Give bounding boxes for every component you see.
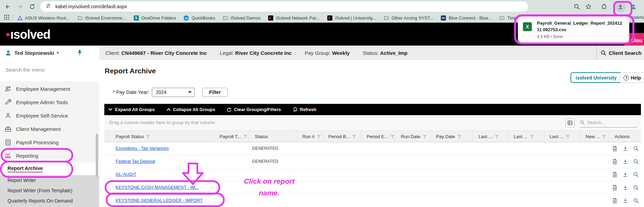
column-header-payroll-status[interactable]: Payroll Status: [110, 131, 214, 142]
pushpin-icon[interactable]: [76, 49, 83, 58]
bookmark-blue-connect[interactable]: NC Blue Connect - Blue...: [441, 15, 492, 21]
download-report-icon[interactable]: [622, 184, 629, 191]
clear-grouping-filters-button[interactable]: Clear Grouping/Filters: [227, 107, 281, 112]
view-report-icon[interactable]: [633, 171, 639, 178]
column-header-last-3[interactable]: Last ...: [544, 131, 580, 142]
filter-funnel-icon[interactable]: [390, 135, 395, 139]
group-by-bar[interactable]: Drag a column header here to group by th…: [104, 115, 641, 131]
bookmark-isolved-university[interactable]: iSolved | University...: [327, 15, 376, 21]
sidebar-item-reporting[interactable]: Reporting: [0, 149, 99, 162]
isolved-university-button[interactable]: isolved University: [570, 72, 622, 83]
column-header-period-end[interactable]: Period E...: [361, 131, 395, 142]
filter-funnel-icon[interactable]: [530, 135, 534, 139]
download-report-icon[interactable]: [622, 145, 629, 152]
filter-funnel-icon[interactable]: [457, 135, 462, 139]
download-popup[interactable]: X Payroll_General_Ledger_Report_20241211…: [518, 16, 629, 42]
address-bar[interactable]: kabel.myisolved.com/default.aspx: [40, 1, 528, 12]
expand-all-groups-button[interactable]: Expand All Groups: [108, 107, 155, 112]
column-header-new[interactable]: New ...: [580, 131, 609, 142]
sidebar-item-employee-management[interactable]: Employee Management: [0, 82, 99, 96]
apps-grid-icon[interactable]: [4, 15, 9, 21]
column-header-period-begin[interactable]: Period B...: [323, 131, 361, 142]
all-bookmarks-label[interactable]: ookma: [632, 15, 644, 20]
filter-row: * Pay Date Year: 2024 Filter: [113, 87, 227, 97]
filter-funnel-icon[interactable]: [566, 135, 570, 139]
export-report-icon[interactable]: [612, 171, 618, 178]
filter-funnel-icon[interactable]: [352, 135, 356, 139]
view-report-icon[interactable]: [633, 184, 639, 191]
sidebar-item-employee-self-service[interactable]: Employee Self-Service: [0, 109, 99, 122]
collapse-all-groups-button[interactable]: Collapse All Groups: [167, 107, 215, 112]
view-report-icon[interactable]: [633, 197, 639, 204]
export-report-icon[interactable]: [612, 158, 618, 165]
bookmark-star-icon[interactable]: [583, 2, 593, 11]
bookmark-onedrive[interactable]: S OneDrive Folders: [133, 15, 176, 21]
extensions-icon[interactable]: [599, 2, 609, 11]
download-meta: 4.5 KB • Done: [537, 34, 563, 39]
filter-funnel-icon[interactable]: [602, 135, 606, 139]
report-link[interactable]: KEYSTONE GENERAL LEDGER - IMPORT: [116, 198, 203, 203]
help-button[interactable]: ? Help: [619, 72, 644, 83]
column-header-payroll-type[interactable]: Payroll T...: [214, 131, 249, 142]
column-header-pay-date[interactable]: Pay Date: [430, 131, 473, 142]
bookmark-isolved-demos[interactable]: iSolved Demos: [223, 15, 260, 21]
client-search-button[interactable]: Client Search: [601, 46, 642, 60]
filter-funnel-icon[interactable]: [317, 135, 321, 139]
download-report-icon[interactable]: [622, 197, 629, 204]
report-link[interactable]: KEYSTONE CASH MANAGEMENT - IM...: [116, 185, 199, 190]
export-report-icon[interactable]: [612, 145, 618, 152]
profile-avatar-icon[interactable]: [629, 2, 638, 11]
report-link[interactable]: GL-AUDIT: [116, 172, 136, 177]
grid-search: [580, 118, 637, 127]
sidebar-scrollbar[interactable]: [96, 134, 98, 177]
zoom-icon[interactable]: [572, 2, 581, 11]
download-report-icon[interactable]: [622, 171, 629, 178]
bookmark-other-acctng[interactable]: Other Acctng SYST...: [384, 15, 433, 21]
view-report-icon[interactable]: [633, 158, 639, 165]
sidebar-item-client-management[interactable]: Client Management: [0, 122, 99, 136]
export-grid-icon[interactable]: [565, 118, 575, 127]
sidebar-item-employee-admin-tools[interactable]: Employee Admin Tools: [0, 96, 99, 109]
refresh-button[interactable]: Refresh: [293, 107, 316, 112]
sidebar-item-report-archive[interactable]: Report Archive: [0, 162, 99, 175]
menu-search-input[interactable]: [5, 67, 88, 73]
column-header-actions[interactable]: Actions: [609, 131, 641, 142]
column-header-last-2[interactable]: Last ...: [508, 131, 544, 142]
back-icon[interactable]: [3, 2, 12, 11]
reload-icon[interactable]: [27, 2, 37, 11]
report-link[interactable]: Exceptions - Tax Variances: [116, 146, 169, 151]
site-controls-icon[interactable]: [45, 3, 51, 10]
bookmark-quickbooks[interactable]: qb QuickBooks: [184, 15, 215, 21]
sidebar-item-payroll-processing[interactable]: Payroll Processing: [0, 136, 99, 149]
grid-search-input[interactable]: [587, 120, 630, 125]
chevron-down-icon: [108, 108, 113, 111]
url-text[interactable]: kabel.myisolved.com/default.aspx: [55, 4, 127, 9]
divider: [596, 46, 597, 60]
download-filename[interactable]: Payroll_General_Ledger_Report_20241211 0…: [537, 20, 625, 33]
bookmark-isolved-environment[interactable]: iSolved Environme...: [77, 15, 126, 21]
filter-funnel-icon[interactable]: [243, 135, 248, 139]
filter-funnel-icon[interactable]: [146, 135, 150, 139]
column-header-last-1[interactable]: Last ...: [473, 131, 508, 142]
filter-funnel-icon[interactable]: [422, 135, 427, 139]
download-report-icon[interactable]: [622, 158, 629, 165]
downloads-icon[interactable]: [615, 1, 626, 12]
sidebar-item-report-writer[interactable]: Report Writer: [0, 175, 99, 185]
forward-icon[interactable]: [15, 2, 25, 11]
sidebar-item-report-writer-template[interactable]: Report Writer (From Template): [0, 185, 99, 196]
export-report-icon[interactable]: [612, 197, 618, 204]
report-link[interactable]: Federal Tax Deposit: [116, 159, 155, 164]
bookmark-isolved-network[interactable]: iSolved Network Par...: [268, 15, 320, 21]
asus-icon: [17, 15, 23, 21]
column-header-run-date[interactable]: Run Date: [395, 131, 430, 142]
column-header-run-number[interactable]: Run #: [297, 131, 323, 142]
pay-date-year-select[interactable]: 2024: [152, 88, 195, 97]
export-report-icon[interactable]: [612, 184, 618, 191]
sidebar-item-quarterly-reports[interactable]: Quarterly Reports On-Demand: [0, 196, 99, 206]
bookmark-asus[interactable]: ASUS Wireless Rout...: [17, 15, 70, 21]
view-report-icon[interactable]: [633, 145, 639, 152]
user-menu[interactable]: Ted Stepniewski: [0, 46, 99, 60]
column-header-status[interactable]: Status: [249, 131, 297, 142]
filter-funnel-icon[interactable]: [495, 135, 499, 139]
filter-button[interactable]: Filter: [202, 88, 227, 97]
